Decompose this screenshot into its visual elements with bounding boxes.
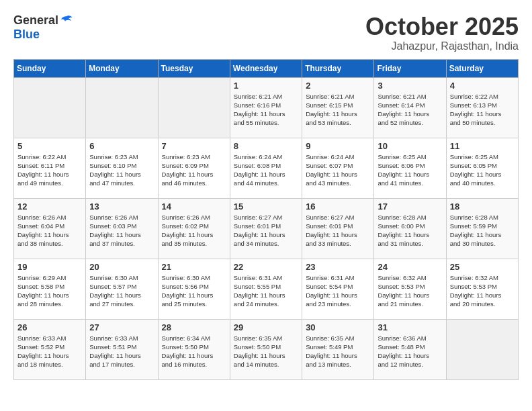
- calendar-cell: 25Sunrise: 6:32 AM Sunset: 5:53 PM Dayli…: [446, 259, 518, 319]
- calendar-cell: 28Sunrise: 6:34 AM Sunset: 5:50 PM Dayli…: [158, 319, 230, 379]
- cell-info: Sunrise: 6:31 AM Sunset: 5:55 PM Dayligh…: [234, 273, 298, 309]
- cell-info: Sunrise: 6:26 AM Sunset: 6:04 PM Dayligh…: [17, 213, 82, 248]
- calendar-cell: [158, 77, 230, 138]
- day-number: 6: [89, 141, 154, 151]
- calendar-cell: [446, 319, 518, 379]
- calendar-cell: 10Sunrise: 6:25 AM Sunset: 6:06 PM Dayli…: [374, 138, 446, 198]
- weekday-header: Thursday: [302, 59, 374, 77]
- cell-info: Sunrise: 6:31 AM Sunset: 5:54 PM Dayligh…: [306, 273, 370, 309]
- calendar-cell: 22Sunrise: 6:31 AM Sunset: 5:55 PM Dayli…: [230, 259, 302, 319]
- cell-info: Sunrise: 6:32 AM Sunset: 5:53 PM Dayligh…: [450, 273, 515, 309]
- day-number: 22: [234, 262, 298, 272]
- calendar-cell: 11Sunrise: 6:25 AM Sunset: 6:05 PM Dayli…: [446, 138, 518, 198]
- day-number: 18: [450, 201, 515, 212]
- cell-info: Sunrise: 6:33 AM Sunset: 5:52 PM Dayligh…: [17, 334, 82, 369]
- day-number: 14: [162, 201, 226, 212]
- day-number: 4: [450, 81, 515, 91]
- day-number: 9: [306, 141, 370, 151]
- calendar-cell: 29Sunrise: 6:35 AM Sunset: 5:50 PM Dayli…: [230, 319, 302, 379]
- calendar-cell: 18Sunrise: 6:28 AM Sunset: 5:59 PM Dayli…: [446, 198, 518, 259]
- calendar-cell: 14Sunrise: 6:26 AM Sunset: 6:02 PM Dayli…: [158, 198, 230, 259]
- day-number: 28: [162, 322, 226, 332]
- calendar-cell: [14, 77, 86, 138]
- day-number: 23: [306, 262, 370, 272]
- cell-info: Sunrise: 6:28 AM Sunset: 6:00 PM Dayligh…: [378, 213, 442, 248]
- cell-info: Sunrise: 6:28 AM Sunset: 5:59 PM Dayligh…: [450, 213, 515, 248]
- cell-info: Sunrise: 6:25 AM Sunset: 6:06 PM Dayligh…: [378, 152, 442, 188]
- cell-info: Sunrise: 6:24 AM Sunset: 6:08 PM Dayligh…: [234, 152, 298, 188]
- cell-info: Sunrise: 6:21 AM Sunset: 6:14 PM Dayligh…: [378, 92, 442, 128]
- cell-info: Sunrise: 6:26 AM Sunset: 6:03 PM Dayligh…: [89, 213, 154, 248]
- title-area: October 2025 Jahazpur, Rajasthan, India: [365, 13, 519, 52]
- day-number: 7: [162, 141, 226, 151]
- cell-info: Sunrise: 6:34 AM Sunset: 5:50 PM Dayligh…: [162, 334, 226, 369]
- calendar-cell: 26Sunrise: 6:33 AM Sunset: 5:52 PM Dayli…: [14, 319, 86, 379]
- day-number: 20: [89, 262, 154, 272]
- cell-info: Sunrise: 6:32 AM Sunset: 5:53 PM Dayligh…: [378, 273, 442, 309]
- calendar-cell: 17Sunrise: 6:28 AM Sunset: 6:00 PM Dayli…: [374, 198, 446, 259]
- calendar-header-row: SundayMondayTuesdayWednesdayThursdayFrid…: [14, 59, 519, 77]
- cell-info: Sunrise: 6:22 AM Sunset: 6:11 PM Dayligh…: [17, 152, 82, 188]
- day-number: 19: [17, 262, 82, 272]
- day-number: 17: [378, 201, 442, 212]
- calendar-cell: 20Sunrise: 6:30 AM Sunset: 5:57 PM Dayli…: [86, 259, 158, 319]
- calendar-table: SundayMondayTuesdayWednesdayThursdayFrid…: [13, 59, 519, 380]
- calendar-cell: 27Sunrise: 6:33 AM Sunset: 5:51 PM Dayli…: [86, 319, 158, 379]
- day-number: 21: [162, 262, 226, 272]
- calendar-cell: 15Sunrise: 6:27 AM Sunset: 6:01 PM Dayli…: [230, 198, 302, 259]
- cell-info: Sunrise: 6:35 AM Sunset: 5:49 PM Dayligh…: [306, 334, 370, 369]
- day-number: 24: [378, 262, 442, 272]
- cell-info: Sunrise: 6:29 AM Sunset: 5:58 PM Dayligh…: [17, 273, 82, 309]
- day-number: 8: [234, 141, 298, 151]
- cell-info: Sunrise: 6:25 AM Sunset: 6:05 PM Dayligh…: [450, 152, 515, 188]
- day-number: 27: [89, 322, 154, 332]
- weekday-header: Sunday: [14, 59, 86, 77]
- weekday-header: Wednesday: [230, 59, 302, 77]
- calendar-cell: 6Sunrise: 6:23 AM Sunset: 6:10 PM Daylig…: [86, 138, 158, 198]
- cell-info: Sunrise: 6:23 AM Sunset: 6:10 PM Dayligh…: [89, 152, 154, 188]
- calendar-cell: 1Sunrise: 6:21 AM Sunset: 6:16 PM Daylig…: [230, 77, 302, 138]
- calendar-cell: 21Sunrise: 6:30 AM Sunset: 5:56 PM Dayli…: [158, 259, 230, 319]
- calendar-cell: [86, 77, 158, 138]
- cell-info: Sunrise: 6:30 AM Sunset: 5:56 PM Dayligh…: [162, 273, 226, 309]
- cell-info: Sunrise: 6:35 AM Sunset: 5:50 PM Dayligh…: [234, 334, 298, 369]
- calendar-week-row: 12Sunrise: 6:26 AM Sunset: 6:04 PM Dayli…: [14, 198, 519, 259]
- calendar-cell: 31Sunrise: 6:36 AM Sunset: 5:48 PM Dayli…: [374, 319, 446, 379]
- day-number: 30: [306, 322, 370, 332]
- calendar-week-row: 1Sunrise: 6:21 AM Sunset: 6:16 PM Daylig…: [14, 77, 519, 138]
- logo-blue-text: Blue: [13, 28, 40, 41]
- calendar-cell: 4Sunrise: 6:22 AM Sunset: 6:13 PM Daylig…: [446, 77, 518, 138]
- day-number: 25: [450, 262, 515, 272]
- calendar-week-row: 19Sunrise: 6:29 AM Sunset: 5:58 PM Dayli…: [14, 259, 519, 319]
- day-number: 31: [378, 322, 442, 332]
- day-number: 5: [17, 141, 82, 151]
- day-number: 3: [378, 81, 442, 91]
- day-number: 26: [17, 322, 82, 332]
- calendar-cell: 30Sunrise: 6:35 AM Sunset: 5:49 PM Dayli…: [302, 319, 374, 379]
- calendar-cell: 7Sunrise: 6:23 AM Sunset: 6:09 PM Daylig…: [158, 138, 230, 198]
- calendar-week-row: 5Sunrise: 6:22 AM Sunset: 6:11 PM Daylig…: [14, 138, 519, 198]
- day-number: 15: [234, 201, 298, 212]
- cell-info: Sunrise: 6:22 AM Sunset: 6:13 PM Dayligh…: [450, 92, 515, 128]
- cell-info: Sunrise: 6:21 AM Sunset: 6:15 PM Dayligh…: [306, 92, 370, 128]
- cell-info: Sunrise: 6:21 AM Sunset: 6:16 PM Dayligh…: [234, 92, 298, 128]
- day-number: 13: [89, 201, 154, 212]
- calendar-cell: 8Sunrise: 6:24 AM Sunset: 6:08 PM Daylig…: [230, 138, 302, 198]
- logo-bird-icon: [60, 14, 73, 28]
- weekday-header: Friday: [374, 59, 446, 77]
- cell-info: Sunrise: 6:27 AM Sunset: 6:01 PM Dayligh…: [234, 213, 298, 248]
- day-number: 1: [234, 81, 298, 91]
- cell-info: Sunrise: 6:24 AM Sunset: 6:07 PM Dayligh…: [306, 152, 370, 188]
- day-number: 10: [378, 141, 442, 151]
- day-number: 12: [17, 201, 82, 212]
- month-title: October 2025: [365, 13, 519, 40]
- calendar-cell: 23Sunrise: 6:31 AM Sunset: 5:54 PM Dayli…: [302, 259, 374, 319]
- day-number: 2: [306, 81, 370, 91]
- calendar-cell: 16Sunrise: 6:27 AM Sunset: 6:01 PM Dayli…: [302, 198, 374, 259]
- calendar-cell: 24Sunrise: 6:32 AM Sunset: 5:53 PM Dayli…: [374, 259, 446, 319]
- cell-info: Sunrise: 6:30 AM Sunset: 5:57 PM Dayligh…: [89, 273, 154, 309]
- weekday-header: Saturday: [446, 59, 518, 77]
- cell-info: Sunrise: 6:23 AM Sunset: 6:09 PM Dayligh…: [162, 152, 226, 188]
- calendar-cell: 19Sunrise: 6:29 AM Sunset: 5:58 PM Dayli…: [14, 259, 86, 319]
- calendar-cell: 13Sunrise: 6:26 AM Sunset: 6:03 PM Dayli…: [86, 198, 158, 259]
